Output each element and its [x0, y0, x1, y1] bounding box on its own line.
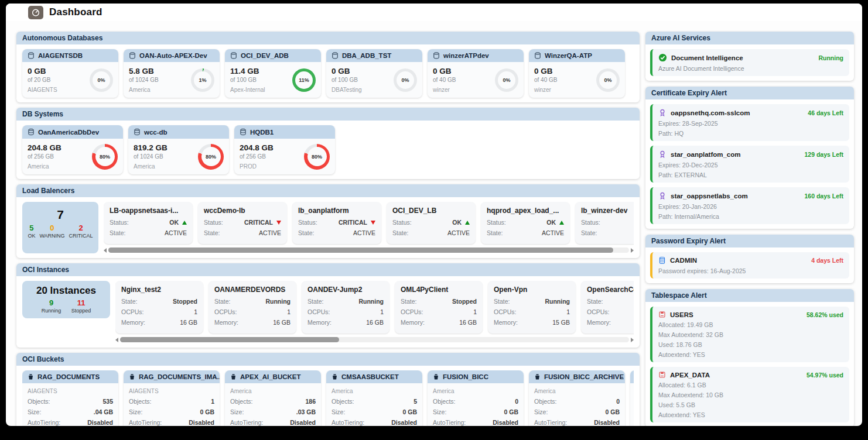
usage-badge: 58.62% used — [807, 311, 843, 318]
lb-state: ACTIVE — [542, 229, 564, 236]
trend-down-icon — [276, 221, 281, 225]
bucket-card[interactable]: APEX_AI_BUCKET America Objects:186 Size:… — [225, 370, 321, 426]
adb-card[interactable]: DBA_ADB_TST 0 GBof 100 GBDBATesting0% — [326, 49, 422, 98]
lb-card[interactable]: lb_winzer-dev Status:OK State:ACTIVE — [575, 202, 634, 244]
section-title: DB Systems — [16, 108, 640, 121]
instances-total: 20 Instances — [27, 285, 105, 297]
instance-card[interactable]: Nginx_test2 State:Stopped OCPUs:1 Memory… — [115, 281, 203, 334]
adb-card[interactable]: WinzerQA-ATP 0 GBof 40 GBwinzer0% — [529, 49, 625, 98]
lb-horizontal-scrollbar[interactable] — [104, 247, 634, 253]
trend-up-icon — [182, 221, 187, 225]
certificate-item[interactable]: star_oanplatfom_com 129 days Left Expire… — [650, 146, 849, 183]
bucket-icon — [332, 373, 338, 380]
usage-donut: 11% — [292, 68, 316, 92]
lb-card[interactable]: LB-oappsnetsaas-i... Status:OK State:ACT… — [104, 202, 193, 244]
bucket-icon — [230, 373, 237, 380]
lb-card[interactable]: lb_oanplatform Status:CRITICAL State:ACT… — [292, 202, 381, 244]
dbsystem-card[interactable]: wcc-db 819.2 GBof 1024 GBAmerica80% — [128, 125, 229, 174]
trend-down-icon — [371, 221, 375, 225]
dbsystem-card[interactable]: OanAmericaDbDev 204.8 GBof 256 GBAmerica… — [22, 125, 123, 174]
section-title: Password Expiry Alert — [645, 235, 854, 248]
adb-card[interactable]: OCI_DEV_ADB 11.4 GBof 100 GBApex-Interna… — [225, 49, 321, 98]
lb-card[interactable]: OCI_DEV_LB Status:OK State:ACTIVE — [387, 202, 476, 244]
main-column: Autonomous Databases AIAGENTSDB 0 GBof 2… — [16, 32, 640, 426]
lb-state: ACTIVE — [259, 229, 281, 236]
certificate-item[interactable]: oappsnethq.com-sslcom 46 days Left Expir… — [650, 104, 849, 141]
bucket-icon — [534, 373, 541, 380]
used-value: 0 GB — [28, 67, 57, 75]
instance-card[interactable]: OML4PyClient State:Stopped OCPUs:1 Memor… — [395, 281, 483, 334]
capacity: of 256 GB — [28, 153, 61, 160]
bucket-card[interactable]: FUSION_BICC America Objects:0 Size:0 GB … — [428, 370, 524, 426]
instance-card[interactable]: OpenSearchConnectVM State:Stopped OCPUs:… — [581, 281, 634, 334]
bucket-card[interactable]: RAG_DOCUMENTS_IMA... AIAGENTS Objects:1 … — [124, 370, 220, 426]
bucket-card[interactable]: CMSAASBUCKET America Objects:5 Size:0 GB… — [326, 370, 422, 426]
scroll-right-icon[interactable] — [631, 338, 634, 342]
db-name: AIAGENTSDB — [38, 52, 83, 59]
region: America — [28, 163, 61, 170]
instances-horizontal-scrollbar[interactable] — [115, 336, 634, 343]
section-autonomous-databases: Autonomous Databases AIAGENTSDB 0 GBof 2… — [16, 32, 640, 102]
adb-card[interactable]: OAN-Auto-APEX-Dev 5.8 GBof 1024 GBAmeric… — [124, 49, 220, 98]
scrollbar-thumb[interactable] — [108, 248, 613, 253]
trend-up-icon — [559, 221, 564, 225]
usage-donut: 0% — [495, 68, 518, 92]
adb-card[interactable]: AIAGENTSDB 0 GBof 20 GBAIAGENTS0% — [22, 49, 118, 98]
bucket-name: RAG_DOCUMENTS — [37, 373, 100, 380]
database-icon — [658, 256, 666, 264]
password-expiry-item[interactable]: CADMIN 4 days Left Password expires: 16-… — [650, 252, 849, 279]
used-value: 0 GB — [433, 67, 456, 75]
bucket-card[interactable]: FUSION_BICC_ARCHIVE America Objects:0 Si… — [529, 370, 625, 426]
section-password-expiry: Password Expiry Alert CADMIN 4 days Left… — [645, 235, 854, 283]
bucket-card[interactable]: RAG_DOCUMENTS AIAGENTS Objects:535 Size:… — [22, 370, 118, 426]
certificate-icon — [658, 150, 667, 159]
instances-summary-tile[interactable]: 20 Instances 9Running 11Stopped — [22, 281, 110, 318]
scroll-left-icon[interactable] — [115, 338, 118, 342]
usage-donut: 80% — [198, 144, 224, 170]
days-left-badge: 46 days Left — [808, 109, 843, 116]
lb-card[interactable]: hqprod_apex_load_... Status:OK State:ACT… — [481, 202, 570, 244]
card-header: AIAGENTSDB — [22, 49, 118, 62]
tablespace-item[interactable]: USERS 58.62% used Allocated: 19.49 GB Ma… — [650, 307, 849, 362]
page-title: Dashboard — [49, 6, 102, 18]
days-left-badge: 160 days Left — [804, 192, 843, 200]
scroll-right-icon[interactable] — [631, 248, 634, 253]
card-header: OanAmericaDbDev — [22, 125, 123, 139]
used-value: 11.4 GB — [230, 67, 265, 75]
region: America — [433, 388, 518, 394]
used-value: 0 GB — [332, 67, 362, 75]
dbsystem-card[interactable]: HQDB1 204.8 GBof 256 GBPROD80% — [234, 125, 335, 174]
check-circle-icon — [658, 53, 667, 62]
card-header: wcc-db — [128, 125, 229, 139]
stopped-count: 11 — [71, 298, 91, 307]
instance-card[interactable]: Open-Vpn State:Running OCPUs:1 Memory:15… — [488, 281, 576, 334]
database-icon — [129, 52, 136, 59]
bucket-name: FUSION_BICC_ARCHIVE — [544, 373, 624, 380]
adb-card[interactable]: winzerATPdev 0 GBof 40 GBwinzer0% — [428, 49, 524, 98]
database-icon — [230, 52, 237, 59]
certificate-item[interactable]: star_oappsnetlabs_com 160 days Left Expi… — [650, 187, 849, 224]
bucket-card[interactable]: America Objects: Size: AutoTiering: — [630, 370, 634, 426]
instance-card[interactable]: OANAMERDEVORDS State:Running OCPUs:1 Mem… — [209, 281, 296, 334]
card-header: DBA_ADB_TST — [326, 49, 422, 62]
section-title: Azure AI Services — [645, 32, 854, 44]
lb-card[interactable]: wccDemo-lb Status:CRITICAL State:ACTIVE — [198, 202, 287, 244]
region: America — [534, 388, 620, 394]
tablespace-item[interactable]: APEX_DATA 54.97% used Allocated: 6.1 GB … — [650, 367, 849, 422]
database-icon — [534, 52, 541, 59]
used-value: 0 GB — [534, 67, 557, 75]
lb-summary-tile[interactable]: 7 5OK 0WARNING 2CRITICAL — [22, 202, 98, 253]
running-count: 9 — [42, 298, 61, 307]
lb-critical-count: 2 — [69, 224, 93, 232]
instance-card[interactable]: OANDEV-Jump2 State:Running OCPUs:1 Memor… — [302, 281, 389, 334]
azure-ai-item[interactable]: Document Intelligence Running Azure AI D… — [650, 49, 849, 76]
alerts-sidebar: Azure AI Services Document Intelligence … — [645, 32, 854, 426]
storage-icon — [658, 371, 666, 379]
scroll-left-icon[interactable] — [104, 248, 107, 253]
db-name: OCI_DEV_ADB — [241, 52, 289, 59]
lb-status: OK — [546, 219, 556, 226]
card-header: CMSAASBUCKET — [326, 370, 422, 383]
scrollbar-thumb[interactable] — [120, 337, 339, 342]
card-header: winzerATPdev — [428, 49, 524, 62]
usage-donut: 0% — [596, 68, 620, 92]
